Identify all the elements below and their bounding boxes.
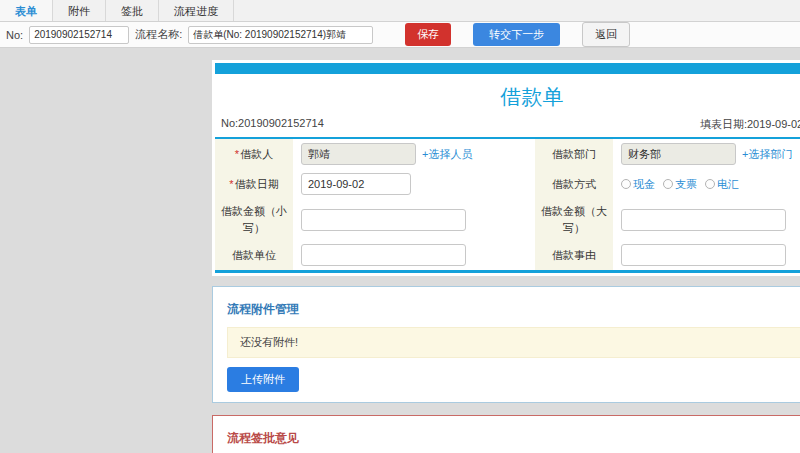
borrower-cell: +选择人员 [293, 139, 535, 169]
radio-wire[interactable]: 电汇 [705, 177, 739, 192]
form-grid: *借款人 +选择人员 借款部门 +选择部门 *借款日期 借款方式 [215, 139, 800, 270]
loan-unit-label: 借款单位 [215, 240, 293, 270]
forward-next-step-button[interactable]: 转交下一步 [473, 23, 560, 46]
tab-bar: 表单 附件 签批 流程进度 [0, 0, 800, 22]
required-mark: * [235, 148, 239, 160]
action-toolbar: No: 流程名称: 保存 转交下一步 返回 [0, 22, 800, 48]
borrower-label: *借款人 [215, 139, 293, 169]
amount-lower-input[interactable] [301, 209, 466, 231]
department-label: 借款部门 [535, 139, 613, 169]
department-input[interactable] [621, 143, 736, 165]
back-button[interactable]: 返回 [582, 22, 630, 47]
radio-icon [621, 179, 631, 189]
loan-unit-input[interactable] [301, 244, 466, 266]
amount-lower-cell [293, 199, 535, 240]
approval-section-title: 流程签批意见 [227, 425, 800, 453]
form-date: 填表日期:2019-09-02 15:27:1 [700, 117, 800, 132]
loan-date-input[interactable] [301, 173, 411, 195]
radio-icon [663, 179, 673, 189]
amount-lower-label: 借款金额（小写） [215, 199, 293, 240]
loan-date-label: *借款日期 [215, 169, 293, 199]
loan-unit-cell [293, 240, 535, 270]
loan-date-cell [293, 169, 535, 199]
loan-reason-label: 借款事由 [535, 240, 613, 270]
attachment-card: 流程附件管理 还没有附件! 上传附件 [212, 286, 800, 403]
department-cell: +选择部门 [613, 139, 800, 169]
required-mark: * [229, 178, 233, 190]
no-label: No: [6, 29, 23, 41]
tab-form[interactable]: 表单 [0, 0, 53, 21]
page-content: 借款单 No:20190902152714 填表日期:2019-09-02 15… [0, 60, 800, 453]
tab-attachments[interactable]: 附件 [53, 0, 106, 21]
form-header-bar [215, 63, 800, 74]
amount-upper-input[interactable] [621, 209, 786, 231]
tab-approval[interactable]: 签批 [106, 0, 159, 21]
borrower-input[interactable] [301, 143, 416, 165]
loan-form-card: 借款单 No:20190902152714 填表日期:2019-09-02 15… [212, 60, 800, 276]
save-button[interactable]: 保存 [405, 23, 451, 46]
approval-card: 流程签批意见 B I abc ✎ ∞ ∞ ⚑ ≡ ≡ ⇤ ⇥ ” 样式 [212, 415, 800, 453]
divider [215, 270, 800, 273]
radio-icon [705, 179, 715, 189]
select-department-link[interactable]: +选择部门 [742, 147, 792, 162]
radio-cash[interactable]: 现金 [621, 177, 655, 192]
attachment-section-title: 流程附件管理 [227, 296, 800, 327]
form-meta-row: No:20190902152714 填表日期:2019-09-02 15:27:… [215, 115, 800, 137]
payment-method-cell: 现金 支票 电汇 [613, 169, 800, 199]
loan-reason-cell [613, 240, 800, 270]
no-attachment-notice: 还没有附件! [227, 327, 800, 358]
amount-upper-cell [613, 199, 800, 240]
upload-attachment-button[interactable]: 上传附件 [227, 367, 299, 392]
amount-upper-label: 借款金额（大写） [535, 199, 613, 240]
radio-cheque[interactable]: 支票 [663, 177, 697, 192]
no-input[interactable] [29, 26, 129, 44]
select-person-link[interactable]: +选择人员 [422, 147, 472, 162]
tab-flow-progress[interactable]: 流程进度 [159, 0, 234, 21]
form-title: 借款单 [215, 74, 800, 115]
payment-method-label: 借款方式 [535, 169, 613, 199]
form-no: No:20190902152714 [221, 117, 324, 132]
flow-name-input[interactable] [188, 26, 373, 44]
loan-reason-input[interactable] [621, 244, 786, 266]
flow-name-label: 流程名称: [135, 27, 182, 42]
